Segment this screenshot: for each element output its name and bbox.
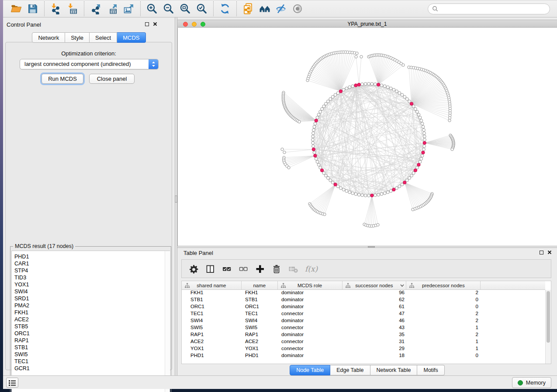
search-icon — [432, 6, 438, 12]
export-table-icon[interactable] — [107, 3, 118, 14]
float-panel-icon[interactable] — [145, 22, 149, 26]
zoom-out-icon[interactable] — [163, 3, 174, 14]
zoom-fit-icon[interactable] — [180, 3, 191, 14]
tab-style[interactable]: Style — [65, 32, 90, 43]
task-history-button[interactable] — [6, 378, 18, 388]
table-row[interactable]: SWI5SWI5connector431 — [182, 325, 545, 332]
table-row[interactable]: FKH1FKH1dominator962 — [182, 290, 545, 297]
mcds-result-item[interactable]: STB1 — [14, 344, 170, 351]
mcds-result-item[interactable]: SWI4 — [14, 288, 170, 295]
export-network-icon[interactable] — [90, 3, 101, 14]
control-panel-titlebar: Control Panel — [3, 17, 175, 29]
column-header-filler — [481, 281, 545, 289]
table-row[interactable]: RAP1RAP1dominator352 — [182, 332, 545, 339]
cell: SWI5 — [182, 325, 242, 332]
table-row[interactable]: SWI4SWI4dominator462 — [182, 318, 545, 325]
float-table-panel-icon[interactable] — [540, 251, 543, 254]
search-input[interactable] — [440, 6, 546, 12]
hide-selected-icon[interactable] — [276, 3, 287, 14]
cell: dominator — [278, 304, 343, 311]
tab-mcds[interactable]: MCDS — [117, 32, 145, 43]
table-header-row: shared namenameMCDS rolesuccessor nodesp… — [182, 281, 545, 290]
table-row[interactable]: STB1STB1dominator620 — [182, 297, 545, 304]
control-panel-tabs: NetworkStyleSelectMCDS — [32, 32, 145, 43]
import-table-icon[interactable] — [67, 3, 78, 14]
memory-button[interactable]: Memory — [512, 377, 551, 388]
run-mcds-button[interactable]: Run MCDS — [42, 74, 83, 84]
mcds-result-item[interactable]: STB5 — [14, 323, 170, 330]
save-session-icon[interactable] — [27, 3, 38, 14]
tab-network-table[interactable]: Network Table — [370, 365, 418, 375]
optimization-criterion-label: Optimization criterion: — [6, 50, 172, 57]
mcds-result-item[interactable]: GCR1 — [14, 365, 170, 372]
mcds-result-item[interactable]: CAR1 — [14, 260, 170, 267]
table-row[interactable]: PHD1PHD1dominator180 — [182, 353, 545, 360]
column-header-name[interactable]: name — [242, 281, 278, 289]
show-columns-icon[interactable] — [205, 264, 215, 274]
attribute-type-icon — [280, 283, 286, 288]
cell: TEC1 — [242, 311, 278, 318]
column-header-successor-nodes[interactable]: successor nodes — [343, 281, 407, 289]
mcds-result-item[interactable]: FKH1 — [14, 309, 170, 316]
column-header-MCDS-role[interactable]: MCDS role — [278, 281, 343, 289]
node-table: shared namenameMCDS rolesuccessor nodesp… — [181, 281, 551, 364]
tab-node-table[interactable]: Node Table — [290, 365, 330, 375]
select-all-rows-icon[interactable] — [222, 264, 232, 274]
deselect-all-rows-icon[interactable] — [239, 264, 248, 274]
horizontal-splitter-handle[interactable] — [368, 246, 375, 248]
optimization-criterion-select[interactable]: largest connected component (undirected) — [20, 59, 159, 69]
mcds-result-item[interactable]: YOX1 — [14, 281, 170, 288]
tab-select[interactable]: Select — [90, 32, 117, 43]
network-window-titlebar[interactable]: YPA_prune.txt_1 — [177, 20, 557, 28]
mcds-result-item[interactable]: STP4 — [14, 267, 170, 274]
table-row[interactable]: TEC1TEC1connector472 — [182, 311, 545, 318]
export-image-icon[interactable] — [123, 3, 135, 14]
mcds-result-item[interactable]: TEC1 — [14, 358, 170, 365]
network-graph[interactable] — [178, 28, 557, 246]
cell: 47 — [343, 311, 407, 318]
mcds-result-item[interactable]: PHD1 — [14, 253, 170, 260]
open-file-icon[interactable] — [10, 3, 22, 14]
delete-columns-icon[interactable] — [272, 264, 281, 274]
mcds-result-list[interactable]: PHD1CAR1STP4TID3YOX1SWI4SRD1PMA2FKH1ACE2… — [11, 251, 170, 392]
table-settings-icon[interactable] — [189, 264, 198, 274]
table-scrollbar[interactable] — [545, 290, 551, 364]
table-row[interactable]: YOX1YOX1connector291 — [182, 346, 545, 353]
table-scrollbar-thumb[interactable] — [547, 291, 550, 343]
close-panel-icon[interactable] — [153, 22, 157, 26]
leaf-nodes[interactable] — [281, 51, 455, 227]
close-table-panel-icon[interactable] — [547, 250, 552, 254]
zoom-selected-icon[interactable] — [196, 3, 208, 14]
table-row[interactable]: ACE2ACE2connector311 — [182, 339, 545, 346]
memory-label: Memory — [526, 380, 546, 386]
mcds-result-item[interactable]: PMA2 — [14, 302, 170, 309]
mcds-result-item[interactable]: TID3 — [14, 274, 170, 281]
cell: PHD1 — [242, 353, 278, 360]
tab-edge-table[interactable]: Edge Table — [330, 365, 370, 375]
column-header-predecessor-nodes[interactable]: predecessor nodes — [406, 281, 481, 289]
tab-motifs[interactable]: Motifs — [417, 365, 444, 375]
add-column-icon[interactable] — [255, 264, 265, 274]
mcds-result-item[interactable]: RAP1 — [14, 337, 170, 344]
show-all-icon[interactable] — [292, 3, 304, 14]
table-toolbar: f(x) — [181, 259, 551, 278]
find-icon[interactable] — [259, 3, 270, 14]
network-overview-icon[interactable] — [242, 3, 254, 14]
network-canvas[interactable] — [177, 28, 557, 246]
import-network-icon[interactable] — [50, 3, 62, 14]
zoom-in-icon[interactable] — [146, 3, 158, 14]
refresh-layout-icon[interactable] — [219, 3, 231, 14]
mcds-result-item[interactable]: ACE2 — [14, 316, 170, 323]
cell: ACE2 — [182, 339, 242, 346]
mcds-result-item[interactable]: ORC1 — [14, 330, 170, 337]
mcds-result-item[interactable]: SRD1 — [14, 295, 170, 302]
table-row[interactable]: ORC1ORC1dominator610 — [182, 304, 545, 311]
column-header-shared-name[interactable]: shared name — [182, 281, 242, 289]
tab-network[interactable]: Network — [32, 32, 65, 43]
search-box[interactable] — [428, 3, 550, 14]
close-panel-button[interactable]: Close panel — [89, 74, 135, 84]
cell: ACE2 — [242, 339, 278, 346]
mcds-result-item[interactable]: SWI5 — [14, 351, 170, 358]
mcds-tab-content: Optimization criterion: largest connecte… — [5, 42, 172, 370]
mcds-list-scrollbar[interactable] — [165, 251, 170, 392]
